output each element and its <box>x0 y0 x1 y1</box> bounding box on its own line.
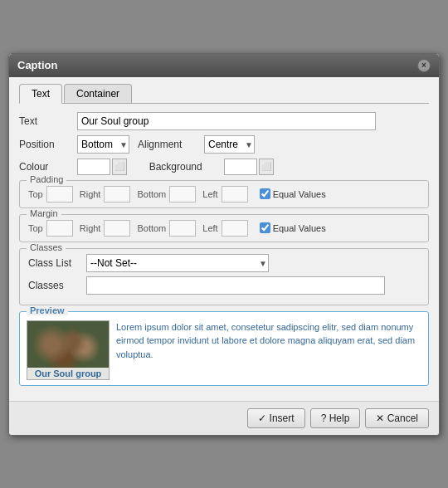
classes-title: Classes <box>27 242 66 252</box>
text-input[interactable] <box>77 112 376 130</box>
margin-left-input[interactable] <box>222 220 248 237</box>
background-label: Background <box>149 161 224 173</box>
caption-dialog: Caption × Text Container Text Position T… <box>8 53 440 436</box>
preview-title: Preview <box>27 305 68 315</box>
alignment-select[interactable]: Left Centre Right <box>204 135 255 154</box>
position-select[interactable]: Top Bottom Left Right <box>77 135 129 154</box>
alignment-label: Alignment <box>138 139 204 150</box>
class-list-row: Class List --Not Set-- ▼ <box>28 254 420 272</box>
class-list-label: Class List <box>28 257 86 269</box>
dialog-footer: ✓ Insert ? Help ✕ Cancel <box>9 401 439 435</box>
dialog-body: Text Container Text Position Top Bottom … <box>9 77 439 401</box>
padding-group: Padding Top Right Bottom Left Equal Valu… <box>19 180 429 208</box>
class-list-select-wrap: --Not Set-- ▼ <box>86 254 269 272</box>
class-list-select[interactable]: --Not Set-- <box>86 254 269 272</box>
padding-equal-label: Equal Values <box>273 189 326 199</box>
margin-top-input[interactable] <box>46 220 73 237</box>
position-alignment-row: Position Top Bottom Left Right ▼ Alignme… <box>19 135 429 154</box>
padding-bottom-input[interactable] <box>169 186 196 203</box>
margin-left-label: Left <box>202 223 217 233</box>
background-picker-icon[interactable]: ⬜ <box>259 159 274 175</box>
margin-bottom-input[interactable] <box>169 220 196 237</box>
classes-input[interactable] <box>86 276 385 295</box>
padding-right-input[interactable] <box>104 186 130 203</box>
text-label: Text <box>19 115 77 127</box>
padding-top-input[interactable] <box>46 186 73 203</box>
tab-text[interactable]: Text <box>19 84 62 104</box>
padding-title: Padding <box>27 174 66 184</box>
padding-equal-checkbox[interactable] <box>260 188 270 199</box>
insert-button[interactable]: ✓ Insert <box>247 408 304 428</box>
margin-equal-checkbox[interactable] <box>260 222 270 233</box>
preview-caption: Our Soul group <box>27 368 109 379</box>
margin-bottom-label: Bottom <box>137 223 166 233</box>
position-label: Position <box>19 139 77 150</box>
classes-group: Classes Class List --Not Set-- ▼ Classes <box>19 248 429 305</box>
margin-right-label: Right <box>80 223 101 233</box>
padding-row: Top Right Bottom Left Equal Values <box>28 186 420 203</box>
preview-box: Preview Our Soul group Lorem ipsum dolor… <box>19 311 429 386</box>
margin-top-label: Top <box>28 223 43 233</box>
dialog-title: Caption <box>17 59 57 71</box>
margin-right-input[interactable] <box>104 220 130 237</box>
preview-image-wrap: Our Soul group <box>27 320 110 380</box>
padding-top-label: Top <box>28 189 43 199</box>
position-select-wrap: Top Bottom Left Right ▼ <box>77 135 129 154</box>
dialog-titlebar: Caption × <box>9 54 439 77</box>
cancel-button[interactable]: ✕ Cancel <box>365 408 429 428</box>
tab-container[interactable]: Container <box>64 84 132 103</box>
colour-swatch[interactable] <box>77 159 110 175</box>
padding-equal-wrap: Equal Values <box>260 188 326 199</box>
padding-right-label: Right <box>80 189 101 199</box>
colour-picker-icon[interactable]: ⬜ <box>112 159 127 175</box>
margin-title: Margin <box>27 208 61 218</box>
close-button[interactable]: × <box>417 59 431 72</box>
classes-input-row: Classes <box>28 276 420 295</box>
classes-label: Classes <box>28 280 86 291</box>
margin-equal-label: Equal Values <box>273 223 326 233</box>
preview-image: Our Soul group <box>27 320 110 380</box>
tab-bar: Text Container <box>19 84 429 104</box>
colour-row: Colour ⬜ Background ⬜ <box>19 159 429 175</box>
margin-equal-wrap: Equal Values <box>260 222 326 233</box>
background-swatch[interactable] <box>224 159 257 175</box>
preview-body-text: Lorem ipsum dolor sit amet, consetetur s… <box>116 320 421 362</box>
padding-bottom-label: Bottom <box>137 189 166 199</box>
colour-label: Colour <box>19 161 77 173</box>
margin-row: Top Right Bottom Left Equal Values <box>28 220 420 237</box>
preview-content: Our Soul group Lorem ipsum dolor sit ame… <box>27 317 421 380</box>
help-button[interactable]: ? Help <box>310 408 361 428</box>
text-row: Text <box>19 112 429 130</box>
margin-group: Margin Top Right Bottom Left Equal Value… <box>19 214 429 242</box>
padding-left-label: Left <box>202 189 217 199</box>
alignment-select-wrap: Left Centre Right ▼ <box>204 135 255 154</box>
padding-left-input[interactable] <box>222 186 248 203</box>
